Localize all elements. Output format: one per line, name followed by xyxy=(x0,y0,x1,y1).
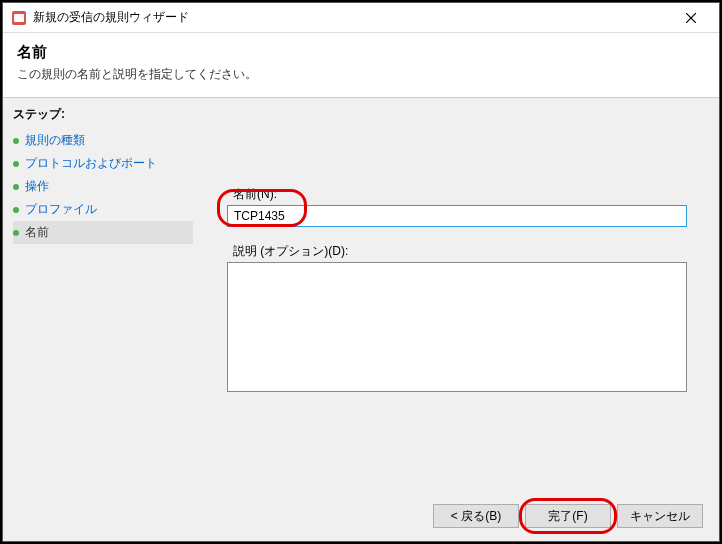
sidebar-item-label: プロファイル xyxy=(25,201,97,218)
sidebar-item-profile[interactable]: プロファイル xyxy=(13,198,193,221)
page-title: 名前 xyxy=(17,43,705,62)
sidebar-item-label: 操作 xyxy=(25,178,49,195)
titlebar: 新規の受信の規則ウィザード xyxy=(3,3,719,33)
description-textarea[interactable] xyxy=(227,262,687,392)
page-description: この規則の名前と説明を指定してください。 xyxy=(17,66,705,83)
content-area: ステップ: 規則の種類 プロトコルおよびポート 操作 プロファイル 名前 xyxy=(3,97,719,497)
wizard-window: 新規の受信の規則ウィザード 名前 この規則の名前と説明を指定してください。 ステ… xyxy=(2,2,720,542)
bullet-icon xyxy=(13,161,19,167)
cancel-button[interactable]: キャンセル xyxy=(617,504,703,528)
bullet-icon xyxy=(13,138,19,144)
form-panel: 名前(N): 説明 (オプション)(D): xyxy=(203,98,719,497)
sidebar-item-label: 規則の種類 xyxy=(25,132,85,149)
back-button[interactable]: < 戻る(B) xyxy=(433,504,519,528)
close-button[interactable] xyxy=(671,4,711,32)
bullet-icon xyxy=(13,184,19,190)
sidebar-item-protocol-port[interactable]: プロトコルおよびポート xyxy=(13,152,193,175)
sidebar-item-label: 名前 xyxy=(25,224,49,241)
steps-sidebar: ステップ: 規則の種類 プロトコルおよびポート 操作 プロファイル 名前 xyxy=(3,98,203,497)
window-title: 新規の受信の規則ウィザード xyxy=(33,9,671,26)
name-input[interactable] xyxy=(227,205,687,227)
app-icon xyxy=(11,10,27,26)
wizard-footer: < 戻る(B) 完了(F) キャンセル xyxy=(3,497,719,541)
description-label: 説明 (オプション)(D): xyxy=(233,243,701,260)
sidebar-item-rule-type[interactable]: 規則の種類 xyxy=(13,129,193,152)
svg-rect-1 xyxy=(14,14,24,22)
steps-heading: ステップ: xyxy=(13,106,193,123)
sidebar-item-label: プロトコルおよびポート xyxy=(25,155,157,172)
sidebar-item-name[interactable]: 名前 xyxy=(13,221,193,244)
finish-button[interactable]: 完了(F) xyxy=(525,504,611,528)
sidebar-item-action[interactable]: 操作 xyxy=(13,175,193,198)
wizard-header: 名前 この規則の名前と説明を指定してください。 xyxy=(3,33,719,97)
name-label: 名前(N): xyxy=(233,186,701,203)
bullet-icon xyxy=(13,230,19,236)
bullet-icon xyxy=(13,207,19,213)
